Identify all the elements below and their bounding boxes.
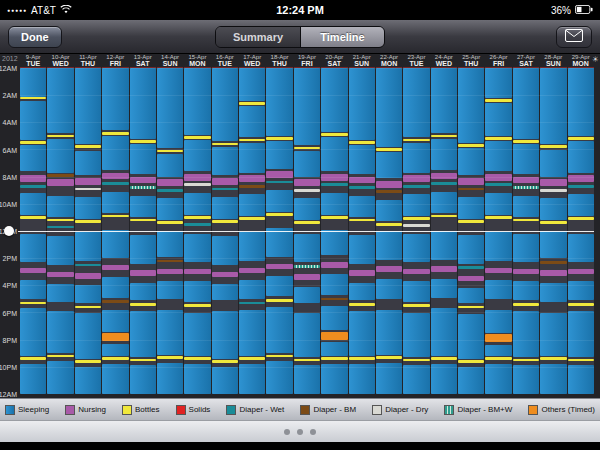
timeline-segment-S[interactable]: [130, 196, 156, 218]
timeline-segment-B[interactable]: [403, 359, 429, 362]
timeline-segment-DW[interactable]: [102, 182, 128, 185]
timeline-segment-S[interactable]: [321, 68, 347, 132]
timeline-segment-S[interactable]: [458, 288, 484, 303]
timeline-segment-S[interactable]: [485, 232, 511, 261]
timeline-segment-B[interactable]: [130, 359, 156, 362]
timeline-segment-DD[interactable]: [403, 224, 429, 227]
timeline-segment-DW[interactable]: [266, 181, 292, 184]
timeline-segment-S[interactable]: [540, 313, 566, 356]
timeline-segment-S[interactable]: [239, 232, 265, 261]
timeline-segment-S[interactable]: [431, 364, 457, 394]
timeline-segment-N[interactable]: [403, 175, 429, 182]
timeline-segment-S[interactable]: [102, 68, 128, 130]
timeline-segment-B[interactable]: [212, 360, 238, 363]
timeline-segment-S[interactable]: [20, 101, 46, 140]
timeline-segment-S[interactable]: [349, 364, 375, 394]
timeline-segment-N[interactable]: [485, 268, 511, 273]
timeline-segment-B[interactable]: [184, 304, 210, 307]
timeline-segment-S[interactable]: [184, 193, 210, 215]
timeline-segment-S[interactable]: [47, 68, 73, 133]
timeline-segment-B[interactable]: [212, 220, 238, 223]
timeline-segment-DW[interactable]: [349, 186, 375, 189]
timeline-segment-N[interactable]: [458, 276, 484, 281]
timeline-segment-O[interactable]: [321, 332, 347, 340]
timeline-segment-B[interactable]: [376, 148, 402, 151]
timeline-segment-B[interactable]: [376, 356, 402, 359]
timeline-segment-S[interactable]: [102, 136, 128, 170]
timeline-segment-DW[interactable]: [157, 189, 183, 192]
timeline-segment-S[interactable]: [75, 151, 101, 175]
timeline-segment-B[interactable]: [513, 359, 539, 362]
timeline-segment-N[interactable]: [130, 270, 156, 275]
timeline-segment-S[interactable]: [130, 311, 156, 357]
timeline-segment-B[interactable]: [513, 219, 539, 222]
timeline-segment-S[interactable]: [212, 197, 238, 219]
timeline-segment-B[interactable]: [239, 217, 265, 220]
timeline-segment-B[interactable]: [513, 303, 539, 306]
timeline-segment-S[interactable]: [321, 306, 347, 330]
timeline-segment-S[interactable]: [266, 190, 292, 212]
timeline-segment-S[interactable]: [157, 68, 183, 148]
timeline-segment-DW[interactable]: [20, 185, 46, 188]
timeline-segment-N[interactable]: [458, 178, 484, 185]
timeline-segment-B[interactable]: [239, 139, 265, 142]
timeline-segment-N[interactable]: [321, 262, 347, 267]
timeline-segment-S[interactable]: [321, 342, 347, 356]
timeline-segment-S[interactable]: [458, 197, 484, 219]
timeline-segment-N[interactable]: [157, 179, 183, 186]
mail-button[interactable]: [556, 26, 592, 48]
timeline-segment-S[interactable]: [212, 68, 238, 141]
timeline-segment-S[interactable]: [376, 310, 402, 355]
timeline-segment-B[interactable]: [75, 145, 101, 148]
timeline-segment-S[interactable]: [266, 307, 292, 353]
timeline-segment-B[interactable]: [239, 102, 265, 105]
timeline-segment-S[interactable]: [75, 285, 101, 303]
timeline-segment-N[interactable]: [102, 173, 128, 180]
timeline-segment-O[interactable]: [485, 334, 511, 342]
timeline-segment-N[interactable]: [294, 274, 320, 279]
timeline-segment-S[interactable]: [294, 313, 320, 358]
timeline-segment-S[interactable]: [485, 364, 511, 394]
timeline-segment-S[interactable]: [157, 310, 183, 355]
timeline-segment-N[interactable]: [485, 174, 511, 181]
timeline-segment-S[interactable]: [403, 234, 429, 263]
timeline-segment-S[interactable]: [540, 150, 566, 177]
timeline-segment-DBM[interactable]: [239, 185, 265, 188]
timeline-segment-DBM[interactable]: [458, 188, 484, 191]
timeline-segment-B[interactable]: [266, 137, 292, 140]
timeline-segment-B[interactable]: [75, 360, 101, 363]
timeline-segment-N[interactable]: [376, 181, 402, 188]
timeline-segment-S[interactable]: [47, 284, 73, 302]
timeline-segment-S[interactable]: [540, 364, 566, 394]
timeline-segment-DD[interactable]: [540, 189, 566, 192]
timeline-segment-S[interactable]: [485, 103, 511, 136]
timeline-segment-B[interactable]: [540, 221, 566, 224]
timeline-segment-S[interactable]: [568, 281, 594, 300]
timeline-segment-S[interactable]: [403, 365, 429, 394]
timeline-segment-N[interactable]: [403, 269, 429, 274]
timeline-segment-B[interactable]: [321, 357, 347, 360]
timeline-segment-S[interactable]: [20, 68, 46, 97]
timeline-segment-N[interactable]: [513, 269, 539, 274]
timeline-segment-B[interactable]: [20, 97, 46, 100]
timeline-segment-S[interactable]: [513, 68, 539, 139]
timeline-segment-S[interactable]: [568, 365, 594, 394]
timeline-segment-B[interactable]: [212, 143, 238, 146]
timeline-segment-S[interactable]: [485, 193, 511, 215]
timeline-segment-S[interactable]: [513, 365, 539, 394]
timeline-segment-N[interactable]: [102, 265, 128, 270]
timeline-segment-B[interactable]: [184, 216, 210, 219]
timeline-segment-B[interactable]: [349, 357, 375, 360]
timeline-segment-S[interactable]: [130, 365, 156, 394]
timeline-segment-S[interactable]: [321, 230, 347, 256]
tab-timeline[interactable]: Timeline: [300, 27, 384, 47]
timeline-segment-S[interactable]: [376, 200, 402, 222]
timeline-segment-S[interactable]: [294, 234, 320, 263]
timeline-segment-DW[interactable]: [321, 183, 347, 186]
timeline-segment-S[interactable]: [540, 198, 566, 220]
timeline-segment-N[interactable]: [349, 270, 375, 275]
timeline-segment-B[interactable]: [266, 213, 292, 216]
timeline-segment-N[interactable]: [212, 178, 238, 185]
timeline-segment-S[interactable]: [458, 68, 484, 143]
timeline-segment-N[interactable]: [266, 264, 292, 269]
